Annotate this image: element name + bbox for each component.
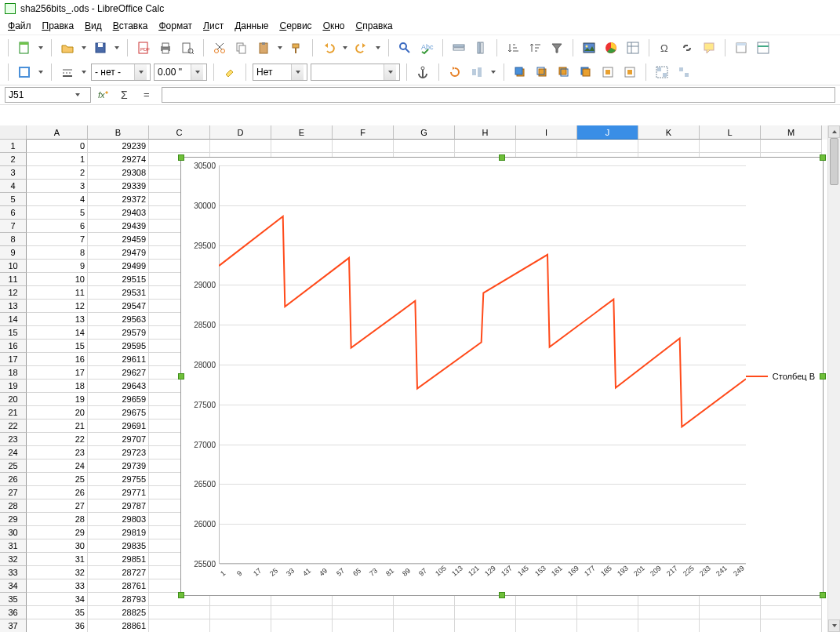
- cell[interactable]: 0: [27, 140, 88, 153]
- select-all-corner[interactable]: [0, 125, 27, 140]
- row-header[interactable]: 37: [0, 619, 27, 632]
- menu-вид[interactable]: Вид: [85, 20, 102, 31]
- row-header[interactable]: 13: [0, 300, 27, 313]
- decimal-combo[interactable]: 0.00 ": [154, 64, 207, 81]
- cell[interactable]: 31: [27, 553, 88, 566]
- cell[interactable]: 29771: [88, 486, 149, 499]
- cell[interactable]: 29308: [88, 166, 149, 180]
- row-header[interactable]: 18: [0, 366, 27, 380]
- border-style-icon[interactable]: [58, 63, 77, 82]
- cell[interactable]: 28761: [88, 579, 149, 593]
- scroll-up-icon[interactable]: [828, 125, 840, 138]
- to-background-icon[interactable]: [620, 63, 639, 82]
- cell[interactable]: [394, 619, 455, 632]
- group-icon[interactable]: [653, 63, 671, 82]
- cell[interactable]: 9: [27, 260, 88, 273]
- undo-icon[interactable]: [319, 38, 338, 57]
- cell[interactable]: 29: [27, 526, 88, 539]
- line-style-combo[interactable]: - нет -: [91, 64, 151, 81]
- insert-image-icon[interactable]: [580, 38, 598, 57]
- redo-icon[interactable]: [352, 38, 371, 57]
- cell[interactable]: 34: [27, 593, 88, 606]
- cell[interactable]: 24: [27, 459, 88, 473]
- cell[interactable]: 29563: [88, 313, 149, 326]
- col-header-F[interactable]: F: [333, 125, 394, 140]
- row-header[interactable]: 20: [0, 393, 27, 406]
- cell[interactable]: 29479: [88, 246, 149, 260]
- insert-hyperlink-icon[interactable]: [678, 38, 696, 57]
- insert-special-char-icon[interactable]: Ω: [656, 38, 675, 57]
- column-icon[interactable]: [471, 38, 490, 57]
- rotate-icon[interactable]: [445, 63, 464, 82]
- col-header-A[interactable]: A: [27, 125, 88, 140]
- row-header[interactable]: 10: [0, 260, 27, 273]
- row-header[interactable]: 12: [0, 286, 27, 300]
- cell[interactable]: 32: [27, 566, 88, 579]
- cell[interactable]: [761, 619, 822, 632]
- cell[interactable]: 8: [27, 246, 88, 260]
- cut-icon[interactable]: [210, 38, 229, 57]
- col-header-I[interactable]: I: [516, 125, 577, 140]
- row-header[interactable]: 24: [0, 446, 27, 459]
- row-header[interactable]: 31: [0, 539, 27, 553]
- cell[interactable]: 29627: [88, 366, 149, 380]
- row-header[interactable]: 6: [0, 206, 27, 220]
- cell[interactable]: 14: [27, 326, 88, 340]
- cell[interactable]: 29595: [88, 340, 149, 353]
- menubar[interactable]: ФайлПравкаВидВставкаФорматЛистДанныеСерв…: [0, 17, 840, 35]
- menu-формат[interactable]: Формат: [158, 20, 192, 31]
- cell[interactable]: [271, 140, 333, 153]
- cell[interactable]: [577, 606, 638, 619]
- cell[interactable]: 29372: [88, 193, 149, 206]
- row-header[interactable]: 2: [0, 153, 27, 166]
- cell[interactable]: 29851: [88, 553, 149, 566]
- menu-справка[interactable]: Справка: [356, 20, 393, 31]
- scroll-down-icon[interactable]: [828, 619, 840, 632]
- cell[interactable]: 29339: [88, 180, 149, 193]
- cell[interactable]: [761, 140, 822, 153]
- row-header[interactable]: 8: [0, 233, 27, 246]
- cell[interactable]: 15: [27, 340, 88, 353]
- cell[interactable]: 21: [27, 420, 88, 433]
- cell[interactable]: 33: [27, 579, 88, 593]
- cell[interactable]: [210, 606, 271, 619]
- cell[interactable]: 29579: [88, 326, 149, 340]
- row-header[interactable]: 17: [0, 353, 27, 366]
- cell[interactable]: 27: [27, 499, 88, 513]
- row-header[interactable]: 30: [0, 526, 27, 539]
- cell[interactable]: 28727: [88, 566, 149, 579]
- row-header[interactable]: 23: [0, 433, 27, 446]
- cell[interactable]: [210, 140, 271, 153]
- cell[interactable]: [516, 140, 577, 153]
- redo-dropdown[interactable]: [374, 38, 382, 57]
- row-header[interactable]: 26: [0, 473, 27, 486]
- cell[interactable]: 29547: [88, 300, 149, 313]
- anchor-icon[interactable]: [413, 63, 432, 82]
- formula-input[interactable]: [162, 87, 835, 103]
- cell[interactable]: [577, 619, 638, 632]
- sort-desc-icon[interactable]: [525, 38, 544, 57]
- cell[interactable]: [700, 619, 761, 632]
- resize-handle[interactable]: [178, 154, 184, 161]
- new-doc-dropdown[interactable]: [37, 38, 45, 57]
- border-color-dropdown[interactable]: [37, 63, 45, 82]
- cell[interactable]: 29803: [88, 513, 149, 526]
- sort-asc-icon[interactable]: [504, 38, 522, 57]
- menu-окно[interactable]: Окно: [323, 20, 345, 31]
- cell[interactable]: [333, 140, 394, 153]
- row-header[interactable]: 22: [0, 420, 27, 433]
- backward-icon[interactable]: [555, 63, 573, 82]
- ungroup-icon[interactable]: [675, 63, 693, 82]
- cell[interactable]: 19: [27, 393, 88, 406]
- send-back-icon[interactable]: [576, 63, 595, 82]
- cell[interactable]: [638, 140, 700, 153]
- col-header-G[interactable]: G: [394, 125, 455, 140]
- paste-dropdown[interactable]: [276, 38, 284, 57]
- cell[interactable]: 29755: [88, 473, 149, 486]
- row-header[interactable]: 14: [0, 313, 27, 326]
- spellcheck-icon[interactable]: Abc: [417, 38, 436, 57]
- cell[interactable]: [700, 606, 761, 619]
- cell[interactable]: 29707: [88, 433, 149, 446]
- resize-handle[interactable]: [178, 592, 184, 598]
- function-wizard-icon[interactable]: fx: [96, 87, 113, 103]
